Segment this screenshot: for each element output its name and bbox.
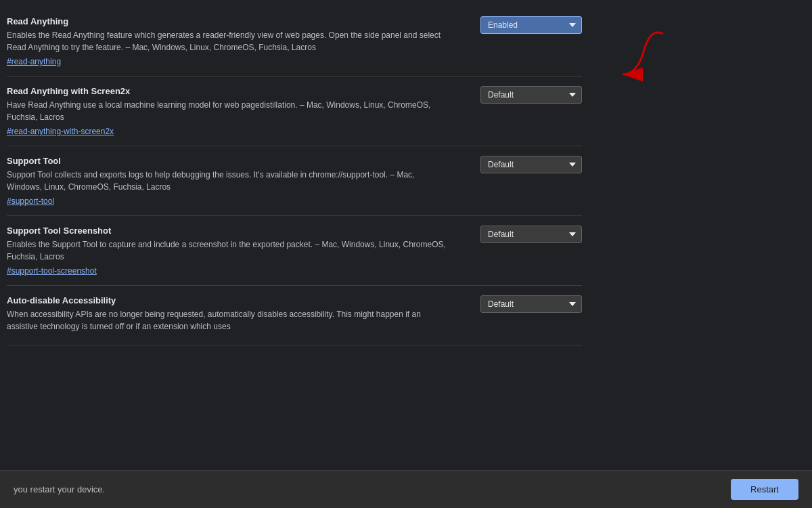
flag-control-auto-disable-accessibility: DefaultEnabledDisabled xyxy=(480,295,582,313)
flag-text-read-anything-with-screen2x: Read Anything with Screen2xHave Read Any… xyxy=(7,86,460,136)
flag-link-read-anything[interactable]: #read-anything xyxy=(7,57,61,66)
bottom-bar-text: you restart your device. xyxy=(14,484,105,494)
flag-item-support-tool-screenshot: Support Tool ScreenshotEnables the Suppo… xyxy=(7,216,582,286)
flag-select-support-tool-screenshot[interactable]: DefaultEnabledDisabled xyxy=(480,226,582,243)
bottom-bar: you restart your device. Restart xyxy=(0,470,812,508)
flag-description-auto-disable-accessibility: When accessibility APIs are no longer be… xyxy=(7,308,447,333)
flag-control-read-anything: DefaultEnabledDisabled xyxy=(480,16,582,34)
flags-content: Read AnythingEnables the Read Anything f… xyxy=(0,0,595,508)
flag-link-support-tool-screenshot[interactable]: #support-tool-screenshot xyxy=(7,266,97,276)
flag-item-support-tool: Support ToolSupport Tool collects and ex… xyxy=(7,146,582,216)
flag-text-support-tool-screenshot: Support Tool ScreenshotEnables the Suppo… xyxy=(7,226,460,276)
flag-description-support-tool: Support Tool collects and exports logs t… xyxy=(7,169,447,193)
flag-item-read-anything-with-screen2x: Read Anything with Screen2xHave Read Any… xyxy=(7,77,582,146)
flag-text-auto-disable-accessibility: Auto-disable AccessibilityWhen accessibi… xyxy=(7,295,460,335)
flag-control-read-anything-with-screen2x: DefaultEnabledDisabled xyxy=(480,86,582,104)
flag-item-read-anything: Read AnythingEnables the Read Anything f… xyxy=(7,7,582,77)
restart-button[interactable]: Restart xyxy=(731,479,798,500)
flag-title-read-anything-with-screen2x: Read Anything with Screen2x xyxy=(7,86,447,96)
flag-control-support-tool-screenshot: DefaultEnabledDisabled xyxy=(480,226,582,243)
flag-link-read-anything-with-screen2x[interactable]: #read-anything-with-screen2x xyxy=(7,127,114,136)
flag-item-auto-disable-accessibility: Auto-disable AccessibilityWhen accessibi… xyxy=(7,286,582,345)
flag-text-support-tool: Support ToolSupport Tool collects and ex… xyxy=(7,156,460,206)
flag-description-read-anything-with-screen2x: Have Read Anything use a local machine l… xyxy=(7,99,447,123)
flag-title-support-tool-screenshot: Support Tool Screenshot xyxy=(7,226,447,236)
flag-link-support-tool[interactable]: #support-tool xyxy=(7,196,54,206)
flag-text-read-anything: Read AnythingEnables the Read Anything f… xyxy=(7,16,460,66)
flag-select-auto-disable-accessibility[interactable]: DefaultEnabledDisabled xyxy=(480,295,582,313)
flag-title-read-anything: Read Anything xyxy=(7,16,68,26)
flag-description-support-tool-screenshot: Enables the Support Tool to capture and … xyxy=(7,238,447,263)
flag-title-auto-disable-accessibility: Auto-disable Accessibility xyxy=(7,295,447,305)
flag-select-read-anything[interactable]: DefaultEnabledDisabled xyxy=(480,16,582,34)
flag-select-read-anything-with-screen2x[interactable]: DefaultEnabledDisabled xyxy=(480,86,582,104)
flag-control-support-tool: DefaultEnabledDisabled xyxy=(480,156,582,173)
flag-description-read-anything: Enables the Read Anything feature which … xyxy=(7,29,447,54)
flag-title-support-tool: Support Tool xyxy=(7,156,447,166)
flag-select-support-tool[interactable]: DefaultEnabledDisabled xyxy=(480,156,582,173)
